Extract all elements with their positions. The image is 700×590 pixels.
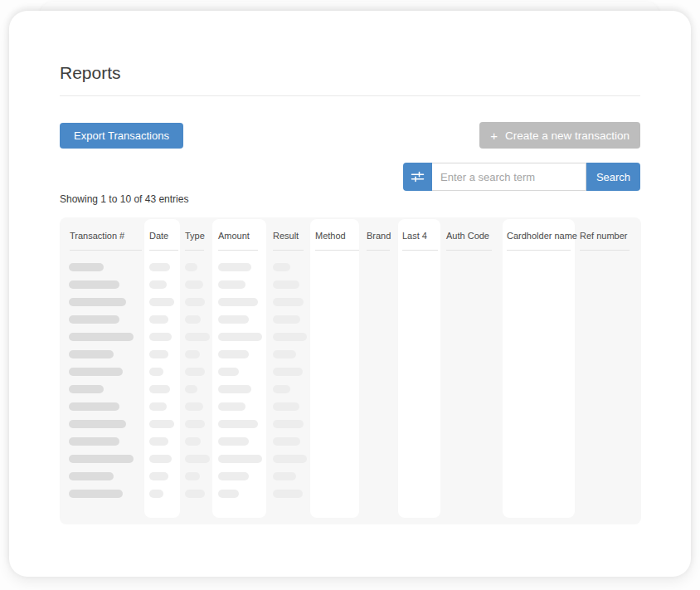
skeleton-pill-type	[185, 298, 205, 306]
skeleton-pill-result	[273, 385, 290, 393]
skeleton-pill-result	[273, 298, 304, 306]
skeleton-pill-transaction	[69, 455, 134, 463]
skeleton-pill-date	[149, 280, 167, 289]
skeleton-pill-result	[273, 420, 304, 428]
search-input[interactable]	[432, 163, 586, 191]
skeleton-pill-type	[185, 350, 200, 358]
column-header-divider-authcode	[446, 250, 492, 251]
search-bar: Search	[403, 163, 640, 191]
skeleton-pill-result	[273, 315, 300, 324]
skeleton-pill-transaction	[69, 385, 104, 393]
skeleton-pill-date	[149, 298, 174, 306]
column-header-last4: Last 4	[402, 231, 427, 241]
column-header-divider-result	[273, 250, 304, 251]
skeleton-pill-type	[185, 333, 210, 341]
skeleton-pill-amount	[218, 420, 258, 428]
skeleton-pill-transaction	[69, 472, 114, 480]
skeleton-pill-amount	[218, 437, 249, 446]
entries-summary: Showing 1 to 10 of 43 entries	[60, 193, 188, 205]
column-header-date: Date	[149, 231, 168, 241]
skeleton-pill-type	[185, 455, 210, 463]
skeleton-pill-type	[185, 402, 203, 411]
skeleton-pill-type	[185, 420, 205, 428]
column-header-divider-cardholder	[507, 250, 571, 251]
skeleton-pill-transaction	[69, 298, 126, 306]
skeleton-pill-date	[149, 315, 168, 324]
skeleton-pill-amount	[218, 455, 262, 463]
skeleton-pill-date	[149, 385, 170, 393]
skeleton-pill-amount	[218, 333, 262, 341]
column-header-transaction: Transaction #	[70, 231, 124, 241]
column-header-ref: Ref number	[580, 231, 627, 241]
skeleton-pill-result	[273, 472, 296, 480]
reports-card: Reports Export Transactions + Create a n…	[9, 11, 691, 577]
column-header-divider-amount	[218, 250, 258, 251]
column-strip-method	[310, 219, 359, 518]
skeleton-pill-amount	[218, 368, 239, 376]
column-header-divider-ref	[580, 250, 630, 251]
skeleton-pill-amount	[218, 280, 245, 289]
skeleton-pill-date	[149, 472, 168, 480]
skeleton-pill-date	[149, 333, 172, 341]
skeleton-pill-amount	[218, 385, 251, 393]
filter-button[interactable]	[403, 163, 432, 191]
skeleton-pill-transaction	[69, 280, 119, 289]
skeleton-pill-date	[149, 350, 168, 358]
skeleton-pill-type	[185, 368, 205, 376]
create-transaction-button[interactable]: + Create a new transaction	[479, 122, 640, 149]
create-transaction-label: Create a new transaction	[505, 129, 630, 142]
skeleton-pill-date	[149, 263, 170, 271]
skeleton-pill-transaction	[69, 402, 119, 411]
header-divider	[60, 95, 640, 96]
skeleton-pill-transaction	[69, 263, 104, 271]
skeleton-pill-transaction	[69, 368, 123, 376]
skeleton-pill-date	[149, 455, 172, 463]
skeleton-pill-amount	[218, 315, 249, 324]
skeleton-pill-date	[149, 402, 167, 411]
column-header-divider-transaction	[70, 250, 142, 251]
column-header-brand: Brand	[367, 231, 391, 241]
skeleton-pill-amount	[218, 263, 251, 271]
export-transactions-button[interactable]: Export Transactions	[60, 123, 183, 149]
column-header-divider-brand	[367, 250, 390, 251]
skeleton-pill-transaction	[69, 490, 123, 498]
page-title: Reports	[60, 63, 121, 83]
skeleton-pill-result	[273, 350, 296, 358]
skeleton-pill-type	[185, 437, 201, 446]
sliders-icon	[411, 171, 425, 183]
skeleton-pill-type	[185, 490, 205, 498]
search-button[interactable]: Search	[586, 163, 640, 191]
column-header-authcode: Auth Code	[446, 231, 489, 241]
column-header-type: Type	[185, 231, 205, 241]
skeleton-pill-result	[273, 280, 299, 289]
skeleton-pill-transaction	[69, 315, 119, 324]
skeleton-pill-date	[149, 437, 168, 446]
column-header-cardholder: Cardholder name	[507, 231, 577, 241]
column-header-divider-last4	[402, 250, 438, 251]
skeleton-pill-date	[149, 368, 163, 376]
skeleton-pill-amount	[218, 350, 249, 358]
skeleton-pill-result	[273, 368, 303, 376]
skeleton-pill-result	[273, 455, 307, 463]
skeleton-pill-amount	[218, 490, 239, 498]
column-header-divider-type	[185, 250, 204, 251]
skeleton-pill-transaction	[69, 420, 126, 428]
transactions-table: Transaction #DateTypeAmountResultMethodB…	[60, 217, 641, 524]
skeleton-pill-type	[185, 315, 201, 324]
skeleton-pill-transaction	[69, 437, 119, 446]
column-header-divider-date	[149, 250, 178, 251]
skeleton-pill-amount	[218, 402, 245, 411]
skeleton-pill-result	[273, 402, 299, 411]
column-strip-last4	[398, 219, 440, 518]
skeleton-pill-date	[149, 490, 163, 498]
skeleton-pill-type	[185, 263, 197, 271]
skeleton-pill-result	[273, 437, 300, 446]
skeleton-pill-transaction	[69, 333, 134, 341]
skeleton-pill-type	[185, 472, 200, 480]
plus-icon: +	[490, 129, 498, 142]
skeleton-pill-type	[185, 280, 203, 289]
column-strip-cardholder	[503, 219, 575, 518]
skeleton-pill-transaction	[69, 350, 114, 358]
column-header-result: Result	[273, 231, 299, 241]
skeleton-pill-amount	[218, 298, 258, 306]
